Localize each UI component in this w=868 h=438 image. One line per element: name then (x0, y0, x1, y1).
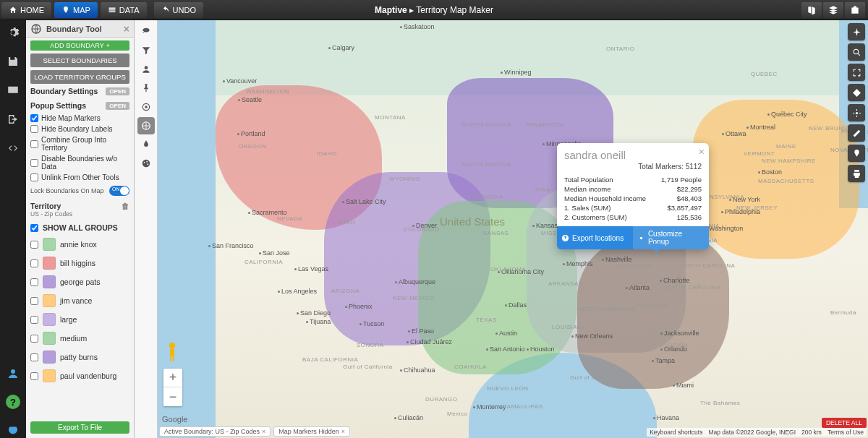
fullscreen-icon[interactable] (848, 64, 865, 81)
chip-close-icon[interactable]: × (262, 428, 265, 435)
territory-group-row[interactable]: george pats (26, 272, 134, 291)
tab-data[interactable]: DATA (101, 2, 147, 18)
panel-checkbox[interactable]: Unlink From Other Tools (26, 172, 134, 183)
territory-group-row[interactable]: large (26, 310, 134, 329)
city-label: San Antonio (486, 345, 525, 353)
add-boundary-button[interactable]: ADD BOUNDARY + (30, 40, 129, 51)
city-label: Vancouver (223, 77, 257, 85)
city-label: Saskatoon (400, 23, 435, 30)
region-label: NEVADA (277, 215, 302, 222)
marker-icon[interactable] (848, 145, 865, 162)
embed-icon[interactable] (5, 140, 21, 156)
color-swatch (43, 238, 56, 251)
status-active-boundary: Active Boundary: US - Zip Codes× (159, 426, 271, 437)
popup-stat-row: Median Household Income$48,403 (557, 194, 709, 203)
share-button[interactable] (845, 2, 865, 18)
color-swatch (43, 332, 56, 345)
map-canvas[interactable]: United States VancouverCalgarySaskatoonS… (158, 20, 868, 438)
gear-icon[interactable] (5, 25, 21, 40)
status-markers-hidden: Map Markers Hidden× (273, 426, 350, 437)
region-label: DURANGO (425, 396, 457, 403)
panel-checkbox[interactable]: Hide Boundary Labels (26, 124, 134, 134)
present-icon[interactable] (5, 82, 21, 98)
radius-tool-icon[interactable] (137, 98, 155, 116)
zoom-in-button[interactable]: + (163, 369, 182, 387)
boundary-settings-open[interactable]: OPEN (106, 87, 129, 95)
route-icon[interactable] (848, 84, 865, 101)
boundary-panel: Boundary Tool × ADD BOUNDARY + SELECT BO… (26, 20, 135, 438)
territory-group-row[interactable]: patty burns (26, 348, 134, 366)
territory-overlay[interactable] (577, 237, 729, 389)
panel-checkbox[interactable]: Combine Group Into Territory (26, 134, 134, 153)
territory-group-row[interactable]: bill higgins (26, 254, 134, 272)
svg-point-12 (855, 111, 857, 113)
region-label: NORTH CAROLINA (678, 262, 735, 269)
svg-point-3 (145, 106, 148, 108)
locate-icon[interactable] (848, 104, 865, 121)
panel-close-icon[interactable]: × (124, 23, 129, 35)
select-boundaries-button[interactable]: SELECT BOUNDARIES (30, 53, 129, 67)
popup-customize-button[interactable]: Customize Popup (633, 226, 709, 249)
region-label: Gulf of California (343, 364, 393, 370)
save-icon[interactable] (5, 53, 21, 69)
region-label: OKLAHOMA (490, 266, 526, 272)
popup-close-icon[interactable]: × (699, 146, 705, 158)
boundary-settings-label: Boundary Settings (30, 87, 98, 95)
pin-tool-icon[interactable] (137, 80, 155, 97)
chip-close-icon[interactable]: × (341, 428, 345, 435)
zoom-out-button[interactable]: − (163, 387, 182, 406)
region-label: TEXAS (476, 317, 497, 323)
popup-export-button[interactable]: Export locations (557, 226, 633, 249)
tab-home[interactable]: HOME (1, 2, 51, 18)
territory-group-row[interactable]: paul vandenburg (26, 366, 134, 385)
help-icon[interactable]: ? (6, 395, 20, 409)
svg-point-13 (169, 343, 175, 348)
boundary-tool-icon[interactable] (137, 117, 155, 134)
search-icon[interactable] (848, 43, 865, 61)
region-label: FLORIDA (660, 342, 688, 348)
delete-all-button[interactable]: DELETE ALL (822, 418, 867, 428)
style-tool-icon[interactable] (137, 155, 155, 172)
export-button[interactable]: Export To File (30, 421, 129, 434)
user-icon[interactable] (5, 366, 21, 382)
city-label: Montreal (746, 124, 775, 131)
svg-rect-14 (170, 348, 174, 357)
popup-settings-open[interactable]: OPEN (106, 102, 129, 110)
export-icon[interactable] (5, 111, 21, 127)
region-label: LOUISIANA (552, 324, 586, 330)
city-label: Tijuana (306, 318, 331, 325)
territory-group-row[interactable]: medium (26, 329, 134, 348)
region-label: NEW JERSEY (736, 205, 778, 211)
compass-icon[interactable] (848, 23, 865, 40)
region-label: NEW MEXICO (393, 295, 434, 301)
print-icon[interactable] (848, 165, 865, 182)
group-tool-icon[interactable] (137, 61, 155, 78)
region-label: IOWA (534, 186, 550, 193)
layers-button[interactable] (823, 2, 843, 18)
lock-toggle[interactable]: ON (109, 186, 129, 196)
panel-checkbox[interactable]: Hide Map Markers (26, 113, 134, 124)
filter-tool-icon[interactable] (137, 42, 155, 59)
delete-territory-icon[interactable]: 🗑 (122, 202, 129, 210)
country-label: United States (440, 215, 505, 228)
show-all-groups[interactable]: SHOW ALL GROUPS (26, 220, 134, 235)
city-label: Houston (527, 345, 555, 353)
region-label: NUEVO LEON (487, 385, 528, 392)
power-icon[interactable] (5, 422, 21, 438)
territory-group-row[interactable]: annie knox (26, 235, 134, 254)
heat-tool-icon[interactable] (137, 136, 155, 153)
panel-checkbox[interactable]: Disable Boundaries w/o Data (26, 153, 134, 172)
tab-map[interactable]: MAP (54, 2, 98, 18)
lasso-tool-icon[interactable] (137, 23, 155, 40)
pegman-icon[interactable] (163, 341, 181, 363)
undo-button[interactable]: UNDO (154, 2, 203, 18)
ruler-icon[interactable] (848, 124, 865, 142)
color-swatch (43, 369, 56, 382)
territory-group-row[interactable]: jim vance (26, 291, 134, 310)
basemap-button[interactable] (801, 2, 822, 18)
color-swatch (43, 351, 56, 364)
load-territory-button[interactable]: LOAD TERRITORY GROUPS (30, 70, 129, 84)
territory-popup: × sandra oneill Total Markers: 5112 Tota… (557, 143, 709, 249)
svg-point-11 (854, 49, 859, 54)
google-logo: Google (162, 415, 187, 424)
